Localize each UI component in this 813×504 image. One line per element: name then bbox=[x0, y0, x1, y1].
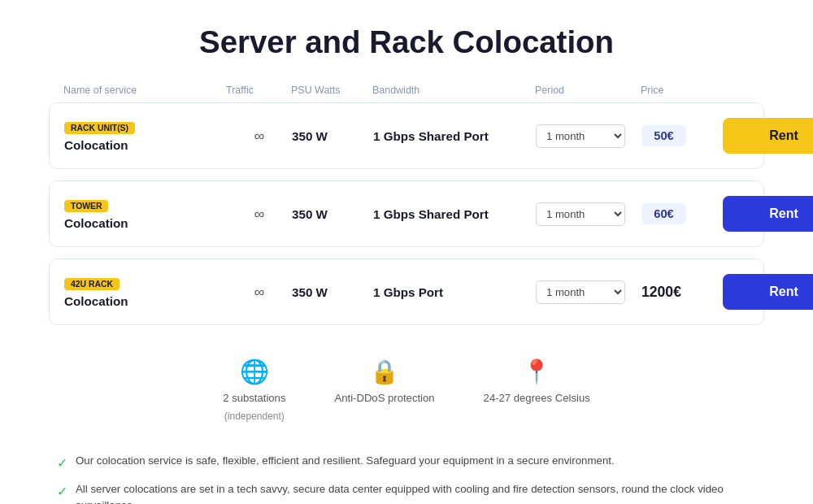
bullet-text: All server colocations are set in a tech… bbox=[76, 481, 756, 504]
service-name: RACK UNIT(S)Colocation bbox=[64, 119, 227, 152]
table-header: Name of service Traffic PSU Watts Bandwi… bbox=[49, 85, 764, 96]
price-value: 50€ bbox=[641, 125, 723, 146]
bandwidth-value: 1 Gbps Port bbox=[373, 285, 536, 299]
check-icon: ✓ bbox=[57, 482, 67, 502]
psu-value: 350 W bbox=[292, 129, 373, 143]
table-row: RACK UNIT(S)Colocation∞350 W1 Gbps Share… bbox=[49, 102, 764, 169]
col-header-period: Period bbox=[535, 85, 641, 96]
col-header-name: Name of service bbox=[63, 85, 226, 96]
list-item: ✓All server colocations are set in a tec… bbox=[57, 481, 756, 504]
traffic-value: ∞ bbox=[227, 284, 292, 301]
feature-icon: 🌐 bbox=[240, 358, 269, 385]
psu-value: 350 W bbox=[292, 207, 373, 221]
bullets-list: ✓Our colocation service is safe, flexibl… bbox=[49, 453, 764, 504]
col-header-traffic: Traffic bbox=[226, 85, 291, 96]
rent-button[interactable]: Rent bbox=[723, 196, 813, 232]
service-name: 42U RACKColocation bbox=[64, 276, 227, 308]
service-label: Colocation bbox=[64, 138, 227, 152]
feature-item: 🌐2 substations(independent) bbox=[223, 358, 285, 422]
price-value: 1200€ bbox=[641, 284, 723, 301]
service-label: Colocation bbox=[64, 294, 227, 308]
period-select[interactable]: 1 month3 months6 months12 months bbox=[536, 124, 625, 148]
traffic-value: ∞ bbox=[227, 128, 292, 145]
feature-sublabel: (independent) bbox=[224, 411, 285, 422]
feature-label: Anti-DDoS protection bbox=[334, 392, 434, 404]
psu-value: 350 W bbox=[292, 285, 373, 299]
service-label: Colocation bbox=[64, 216, 227, 230]
table-row: TOWERColocation∞350 W1 Gbps Shared Port1… bbox=[49, 180, 764, 247]
rent-button[interactable]: Rent bbox=[723, 274, 813, 310]
feature-icon: 📍 bbox=[522, 358, 551, 385]
traffic-value: ∞ bbox=[227, 206, 292, 223]
feature-label: 24-27 degrees Celsius bbox=[484, 392, 590, 404]
bandwidth-value: 1 Gbps Shared Port bbox=[373, 129, 536, 143]
col-header-bandwidth: Bandwidth bbox=[372, 85, 535, 96]
feature-icon: 🔒 bbox=[370, 358, 399, 385]
service-badge: TOWER bbox=[64, 200, 108, 212]
check-icon: ✓ bbox=[57, 454, 67, 473]
bandwidth-value: 1 Gbps Shared Port bbox=[373, 207, 536, 221]
feature-label: 2 substations bbox=[223, 392, 285, 404]
service-name: TOWERColocation bbox=[64, 198, 227, 230]
list-item: ✓Our colocation service is safe, flexibl… bbox=[57, 453, 756, 473]
col-header-action bbox=[722, 85, 813, 96]
service-rows-container: RACK UNIT(S)Colocation∞350 W1 Gbps Share… bbox=[49, 102, 764, 325]
col-header-price: Price bbox=[641, 85, 722, 96]
rent-button[interactable]: Rent bbox=[723, 118, 813, 154]
service-badge: 42U RACK bbox=[64, 278, 120, 290]
features-row: 🌐2 substations(independent)🔒Anti-DDoS pr… bbox=[49, 350, 764, 430]
service-badge: RACK UNIT(S) bbox=[64, 122, 135, 134]
table-row: 42U RACKColocation∞350 W1 Gbps Port1 mon… bbox=[49, 259, 764, 325]
bullet-text: Our colocation service is safe, flexible… bbox=[76, 453, 615, 469]
price-value: 60€ bbox=[641, 203, 723, 224]
period-select[interactable]: 1 month3 months6 months12 months bbox=[536, 202, 625, 226]
feature-item: 🔒Anti-DDoS protection bbox=[334, 358, 434, 422]
feature-item: 📍24-27 degrees Celsius bbox=[484, 358, 590, 422]
page-title: Server and Rack Colocation bbox=[49, 24, 764, 60]
col-header-psu: PSU Watts bbox=[291, 85, 372, 96]
period-select[interactable]: 1 month3 months6 months12 months bbox=[536, 280, 625, 304]
